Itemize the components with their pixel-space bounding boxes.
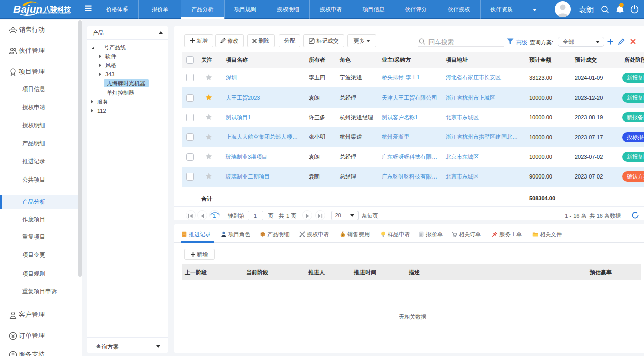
svg-text:Anyone,Anytime,Anywhere!: Anyone,Anytime,Anywhere!	[38, 11, 71, 14]
